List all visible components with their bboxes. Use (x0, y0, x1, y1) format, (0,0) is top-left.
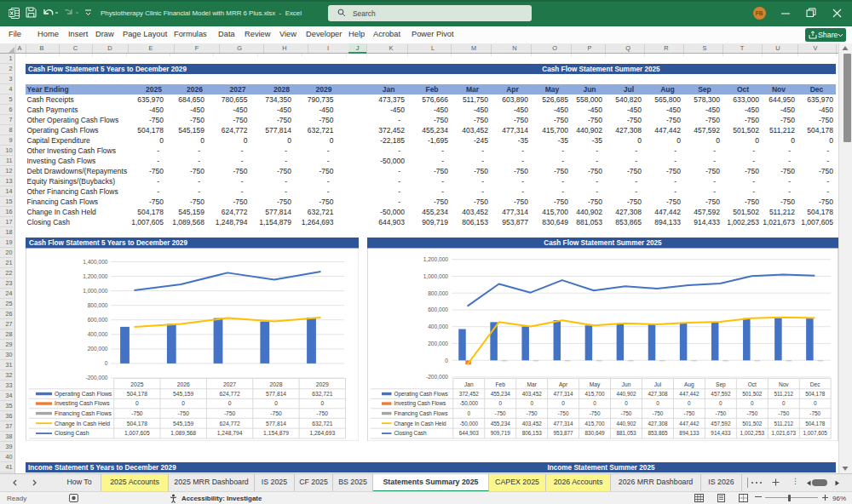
svg-text:-750: -750 (223, 410, 235, 415)
svg-text:881,053: 881,053 (616, 430, 636, 436)
svg-text:2027: 2027 (223, 381, 236, 387)
svg-text:600,000: 600,000 (428, 306, 448, 312)
svg-text:-750: -750 (270, 410, 282, 415)
svg-text:501,502: 501,502 (742, 390, 763, 396)
svg-text:Investing Cash Flows: Investing Cash Flows (394, 400, 446, 407)
svg-text:1,000,000: 1,000,000 (83, 287, 108, 293)
svg-text:415,700: 415,700 (585, 390, 606, 396)
svg-text:800,000: 800,000 (87, 301, 107, 307)
svg-text:0: 0 (530, 400, 533, 406)
svg-text:Aug: Aug (684, 381, 694, 387)
svg-text:-750: -750 (527, 410, 538, 415)
svg-text:403,452: 403,452 (522, 390, 543, 396)
svg-text:0: 0 (719, 400, 722, 406)
svg-text:1,200,000: 1,200,000 (423, 256, 449, 262)
svg-text:545,159: 545,159 (173, 390, 193, 396)
svg-text:577,814: 577,814 (265, 390, 285, 396)
svg-text:-750: -750 (621, 410, 632, 415)
svg-text:0: 0 (814, 400, 817, 406)
svg-text:853,865: 853,865 (648, 430, 668, 436)
svg-text:1,089,568: 1,089,568 (170, 430, 196, 436)
svg-text:-750: -750 (495, 410, 506, 415)
svg-text:1,021,673: 1,021,673 (772, 430, 797, 436)
svg-text:Closing Cash: Closing Cash (55, 430, 89, 437)
svg-text:Financing Cash Flows: Financing Cash Flows (55, 410, 112, 416)
svg-text:0: 0 (135, 400, 139, 406)
svg-text:400,000: 400,000 (428, 324, 448, 329)
svg-text:-750: -750 (716, 410, 727, 415)
svg-text:-200,000: -200,000 (85, 375, 107, 381)
svg-text:Feb: Feb (496, 381, 506, 387)
svg-text:Sep: Sep (716, 381, 726, 387)
svg-text:2026: 2026 (176, 381, 189, 387)
svg-text:0: 0 (688, 400, 691, 406)
svg-text:Mar: Mar (527, 381, 538, 387)
svg-text:1,007,605: 1,007,605 (803, 430, 827, 436)
svg-text:-50,000: -50,000 (459, 400, 478, 406)
svg-text:0: 0 (274, 400, 278, 406)
svg-text:-50,000: -50,000 (459, 420, 478, 426)
svg-text:545,159: 545,159 (173, 420, 193, 426)
svg-text:800,000: 800,000 (428, 289, 448, 295)
svg-text:806,153: 806,153 (522, 430, 543, 436)
svg-text:511,212: 511,212 (774, 420, 793, 426)
svg-text:Cash Flow Statement Summer 202: Cash Flow Statement Summer 2025 (544, 239, 662, 247)
svg-text:-750: -750 (809, 410, 820, 415)
svg-text:427,308: 427,308 (648, 390, 668, 396)
svg-text:501,502: 501,502 (742, 420, 763, 426)
svg-text:0: 0 (445, 357, 448, 363)
svg-text:600,000: 600,000 (87, 317, 107, 323)
svg-text:1,002,253: 1,002,253 (740, 430, 765, 436)
svg-text:0: 0 (593, 400, 596, 406)
svg-text:-750: -750 (558, 410, 569, 415)
svg-text:830,649: 830,649 (585, 430, 606, 436)
svg-text:Cash Flow Statement 5 Years to: Cash Flow Statement 5 Years to December … (29, 239, 187, 247)
svg-text:-750: -750 (778, 410, 789, 415)
svg-text:200,000: 200,000 (428, 340, 448, 346)
svg-text:504,178: 504,178 (126, 390, 147, 396)
svg-text:0: 0 (625, 400, 628, 406)
svg-text:2029: 2029 (315, 381, 328, 387)
svg-text:-750: -750 (653, 410, 664, 415)
svg-text:0: 0 (181, 400, 185, 406)
svg-text:-750: -750 (590, 410, 601, 415)
svg-text:1,200,000: 1,200,000 (83, 272, 108, 278)
svg-text:0: 0 (468, 410, 471, 415)
svg-text:909,719: 909,719 (491, 430, 511, 436)
svg-text:-750: -750 (684, 410, 695, 415)
svg-text:447,442: 447,442 (679, 390, 699, 396)
svg-text:440,902: 440,902 (616, 390, 636, 396)
svg-text:1,007,605: 1,007,605 (124, 430, 150, 436)
svg-text:427,308: 427,308 (648, 420, 668, 426)
svg-text:455,234: 455,234 (491, 390, 511, 396)
svg-text:440,902: 440,902 (616, 420, 636, 426)
svg-text:Jan: Jan (464, 381, 474, 387)
svg-text:953,877: 953,877 (554, 430, 574, 436)
svg-text:-750: -750 (131, 410, 143, 415)
svg-text:632,721: 632,721 (312, 390, 332, 396)
svg-text:2028: 2028 (269, 381, 282, 387)
svg-text:477,314: 477,314 (554, 420, 574, 426)
svg-text:0: 0 (227, 400, 231, 406)
svg-text:May: May (590, 381, 601, 387)
svg-text:2025: 2025 (130, 381, 143, 387)
svg-text:1,264,693: 1,264,693 (309, 430, 335, 436)
svg-text:1,154,879: 1,154,879 (263, 430, 289, 436)
svg-text:1,000,000: 1,000,000 (423, 272, 449, 278)
svg-text:403,452: 403,452 (522, 420, 543, 426)
svg-text:-750: -750 (746, 410, 757, 415)
svg-text:Operating Cash Flows: Operating Cash Flows (55, 390, 112, 397)
svg-text:0: 0 (498, 400, 502, 406)
svg-text:415,700: 415,700 (585, 420, 606, 426)
svg-text:Investing Cash Flows: Investing Cash Flows (55, 400, 110, 407)
svg-text:632,721: 632,721 (312, 420, 332, 426)
svg-text:914,433: 914,433 (711, 430, 731, 436)
svg-text:577,814: 577,814 (265, 420, 285, 426)
svg-text:0: 0 (751, 400, 754, 406)
svg-text:Operating Cash Flows: Operating Cash Flows (394, 390, 448, 397)
svg-text:0: 0 (320, 400, 324, 406)
svg-text:0: 0 (104, 360, 107, 366)
svg-text:511,212: 511,212 (774, 390, 793, 396)
svg-text:Apr: Apr (559, 381, 568, 387)
svg-text:504,178: 504,178 (805, 420, 826, 426)
